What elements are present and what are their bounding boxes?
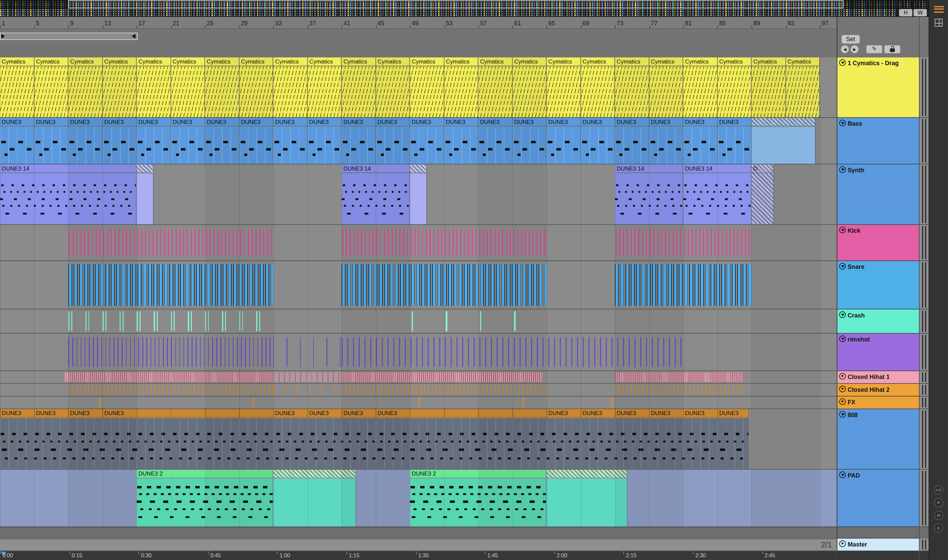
- clip[interactable]: DUNE3: [308, 118, 342, 164]
- track-lane-rimshot[interactable]: [0, 334, 837, 371]
- track-header-kick[interactable]: KIck: [837, 225, 919, 261]
- clip[interactable]: DUNE3: [171, 118, 205, 164]
- track-lane-fx[interactable]: [0, 397, 837, 409]
- mixer-grid-icon[interactable]: [935, 18, 943, 26]
- clip-hit[interactable]: [411, 311, 413, 331]
- mixer-section-toggle[interactable]: I-O: [934, 485, 943, 494]
- track-header-fx[interactable]: FX: [837, 397, 919, 409]
- unfold-track-icon[interactable]: [839, 398, 846, 405]
- clip[interactable]: Cymatics: [205, 57, 239, 117]
- clip[interactable]: Cymatics: [68, 57, 102, 117]
- clip[interactable]: DUNE3: [376, 118, 410, 164]
- track-lane-pad[interactable]: DUNE3 2DUNE3 2: [0, 469, 837, 527]
- clip[interactable]: DUNE3 14: [0, 165, 137, 224]
- clip-region[interactable]: [68, 229, 273, 256]
- clip[interactable]: Cymatics: [34, 57, 68, 117]
- clip[interactable]: DUNE3: [479, 118, 512, 164]
- clip-hit[interactable]: [611, 398, 613, 408]
- clip[interactable]: Cymatics: [0, 57, 34, 117]
- overview-scroll-strip[interactable]: [0, 9, 896, 16]
- clip[interactable]: Cymatics: [308, 57, 342, 117]
- clip[interactable]: DUNE3: [205, 118, 239, 164]
- clip-hit[interactable]: [253, 398, 254, 408]
- track-lane-808[interactable]: DUNE3DUNE3DUNE3DUNE3DUNE3DUNE3DUNE3DUNE3…: [0, 409, 837, 470]
- fold-track-icon[interactable]: [839, 227, 846, 233]
- clip[interactable]: DUNE3: [649, 118, 683, 164]
- master-lane[interactable]: 2/1: [0, 538, 837, 551]
- track-lane-1-cymatics-drag[interactable]: CymaticsCymaticsCymaticsCymaticsCymatics…: [0, 57, 837, 118]
- clip[interactable]: DUNE3: [273, 118, 308, 164]
- clip-region[interactable]: [68, 311, 273, 331]
- clip[interactable]: DUNE3 2: [137, 469, 273, 526]
- clip[interactable]: Cymatics: [683, 57, 717, 117]
- clip[interactable]: Cymatics: [410, 57, 444, 117]
- clip-region[interactable]: [342, 229, 546, 256]
- clip[interactable]: DUNE3: [34, 118, 68, 164]
- fold-track-icon[interactable]: [839, 59, 846, 66]
- track-header-rimshot[interactable]: rimshot: [837, 334, 919, 371]
- clip-region[interactable]: [68, 385, 273, 395]
- track-header-808[interactable]: 808: [837, 409, 919, 470]
- clip-hit[interactable]: [514, 311, 516, 331]
- fold-track-icon[interactable]: [839, 411, 846, 418]
- clip[interactable]: DUNE3: [615, 118, 649, 164]
- clip-region[interactable]: [273, 385, 342, 395]
- fold-track-icon[interactable]: [839, 166, 846, 173]
- track-header-snare[interactable]: Snare: [837, 261, 919, 309]
- master-fold-icon[interactable]: [839, 540, 846, 547]
- hamburger-menu-icon[interactable]: [934, 5, 944, 14]
- clip[interactable]: DUNE3 14: [615, 165, 683, 224]
- track-lane-snare[interactable]: [0, 261, 837, 309]
- track-header-synth[interactable]: Synth: [837, 165, 919, 225]
- clip[interactable]: DUNE3: [239, 118, 273, 164]
- fold-track-icon[interactable]: [839, 471, 846, 478]
- time-ruler[interactable]: 0:000:150:300:451:001:151:301:452:002:15…: [0, 551, 837, 560]
- fold-track-icon[interactable]: [839, 311, 846, 318]
- clip-hit[interactable]: [99, 398, 100, 408]
- clip[interactable]: DUNE3: [717, 118, 751, 164]
- clip-region[interactable]: [615, 264, 751, 306]
- clip[interactable]: DUNE3DUNE3DUNE3DUNE3DUNE3DUNE3DUNE3DUNE3…: [0, 409, 749, 469]
- track-lane-bass[interactable]: DUNE3DUNE3DUNE3DUNE3DUNE3DUNE3DUNE3DUNE3…: [0, 118, 837, 165]
- clip-hit[interactable]: [446, 311, 447, 331]
- clip[interactable]: Cymatics: [479, 57, 512, 117]
- clip[interactable]: Cymatics: [581, 57, 615, 117]
- fold-track-icon[interactable]: [839, 263, 846, 269]
- track-lane-crash[interactable]: [0, 309, 837, 334]
- track-header-bass[interactable]: Bass: [837, 118, 919, 165]
- clip-region[interactable]: [68, 337, 273, 367]
- clip[interactable]: Cymatics: [717, 57, 751, 117]
- track-header-1-cymatics-drag[interactable]: 1 Cymatics - Drag: [837, 57, 919, 118]
- track-width-button[interactable]: W: [914, 9, 927, 16]
- clip[interactable]: DUNE3: [512, 118, 546, 164]
- track-lane-synth[interactable]: DUNE3 14DUNE3 14DUNE3 14DUNE3 14D: [0, 165, 837, 225]
- clip-hit[interactable]: [419, 398, 420, 408]
- clip-region[interactable]: [64, 372, 273, 382]
- clip[interactable]: Cymatics: [649, 57, 683, 117]
- track-header-closed-hihat-1[interactable]: Closed Hihat 1: [837, 371, 919, 384]
- clip[interactable]: DUNE3: [683, 118, 717, 164]
- clip[interactable]: Cymatics: [512, 57, 546, 117]
- clip[interactable]: DUNE3: [342, 118, 376, 164]
- clip[interactable]: [546, 469, 628, 526]
- track-height-button[interactable]: H: [899, 9, 912, 16]
- clip[interactable]: Cymatics: [171, 57, 205, 117]
- clip[interactable]: Cymatics: [615, 57, 649, 117]
- punch-in-button[interactable]: ◀: [841, 45, 849, 53]
- clip[interactable]: [137, 165, 154, 224]
- overview-zoom-window[interactable]: [68, 0, 843, 8]
- unfold-track-icon[interactable]: [839, 373, 846, 380]
- clip-region[interactable]: [342, 264, 546, 306]
- clip[interactable]: Cymatics: [786, 57, 820, 117]
- clip-region[interactable]: [68, 264, 273, 306]
- clip[interactable]: Cymatics: [546, 57, 581, 117]
- clip-region[interactable]: [342, 337, 683, 367]
- track-lane-closed-hihat-2[interactable]: [0, 384, 837, 397]
- clip[interactable]: Cymatics: [137, 57, 171, 117]
- mixer-section-toggle[interactable]: D: [934, 523, 943, 533]
- clip[interactable]: DUNE3: [410, 118, 444, 164]
- clip[interactable]: DUNE3 14: [342, 165, 410, 224]
- master-header[interactable]: Master: [837, 538, 919, 551]
- track-lane-closed-hihat-1[interactable]: [0, 371, 837, 384]
- clip-region[interactable]: [615, 385, 743, 395]
